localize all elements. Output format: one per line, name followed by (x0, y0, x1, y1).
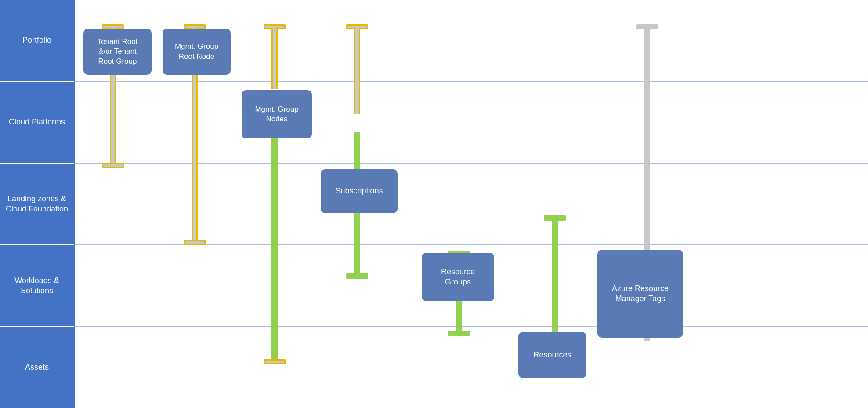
cap-bottom-subs (346, 273, 368, 279)
sidebar-label-cloud-platforms: Cloud Platforms (9, 117, 65, 127)
diagram-container: Portfolio Cloud Platforms Landing zones … (0, 0, 868, 408)
cap-bottom-tenant (102, 163, 124, 168)
stem-res-green (552, 219, 558, 340)
sidebar-label-assets: Assets (25, 362, 49, 372)
sidebar-row-cloud-platforms: Cloud Platforms (0, 82, 74, 164)
node-tenant-root: Tenant Root &/or Tenant Root Group (83, 29, 152, 75)
main-area: Tenant Root &/or Tenant Root Group Mgmt.… (75, 0, 868, 408)
node-resources: Resources (518, 332, 586, 378)
sidebar-label-landing-zones: Landing zones & Cloud Foundation (4, 194, 69, 215)
sidebar-row-workloads: Workloads & Solutions (0, 245, 74, 327)
stem-subs-gray (354, 28, 360, 114)
stem-mgmt-nodes-green (271, 132, 278, 361)
node-subscriptions: Subscriptions (321, 169, 398, 213)
node-azure-rm-tags: Azure Resource Manager Tags (597, 250, 683, 338)
node-mgmt-group-nodes: Mgmt. Group Nodes (242, 90, 312, 138)
sidebar-label-workloads: Workloads & Solutions (4, 276, 69, 296)
sidebar-row-portfolio: Portfolio (0, 0, 74, 82)
cap-bottom-mgmt-root (184, 240, 206, 245)
cap-bottom-rg (448, 331, 470, 336)
sidebar-row-landing-zones: Landing zones & Cloud Foundation (0, 164, 74, 245)
h-line-4 (75, 326, 868, 327)
node-resource-groups: Resource Groups (422, 253, 494, 301)
cap-bottom-mgmt-nodes (264, 359, 286, 364)
sidebar-row-assets: Assets (0, 327, 74, 408)
sidebar: Portfolio Cloud Platforms Landing zones … (0, 0, 75, 408)
node-mgmt-group-root: Mgmt. Group Root Node (163, 29, 231, 75)
stem-mgmt-nodes-gray-top (271, 28, 278, 89)
sidebar-label-portfolio: Portfolio (22, 35, 51, 45)
